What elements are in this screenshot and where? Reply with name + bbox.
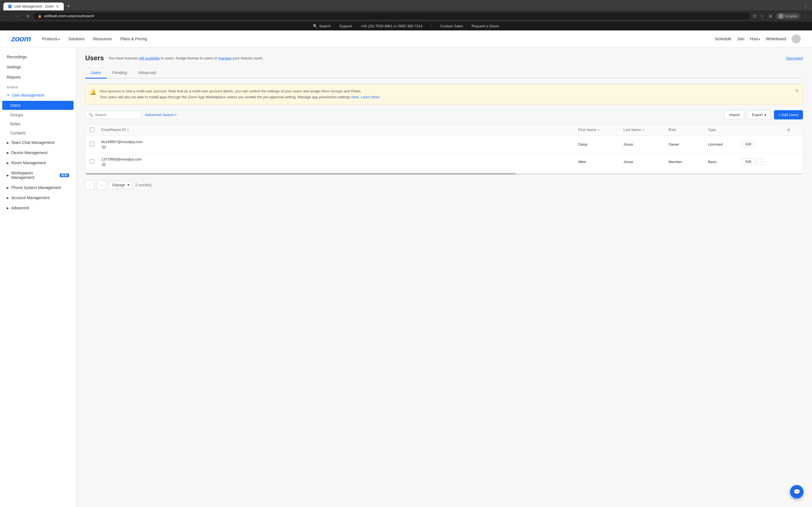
tab-title: User Management - Zoom [14,4,54,8]
chat-support-button[interactable]: 💬 [790,485,804,499]
new-tab-button[interactable]: + [65,2,72,10]
nav-whiteboard[interactable]: Whiteboard [766,37,786,41]
cast-icon[interactable]: ⊡ [752,13,757,19]
browser-tab-active[interactable]: User Management - Zoom ✕ [3,3,64,10]
forward-button[interactable]: → [13,12,21,20]
row2-more-button[interactable]: ··· [757,158,765,165]
tab-bar: User Management - Zoom ✕ + ⋮ [0,0,812,10]
nav-link-plans-pricing[interactable]: Plans & Pricing [120,36,147,42]
row2-edit-button[interactable]: Edit [742,158,755,165]
sidebar: Recordings Settings Reports ADMIN ▼ User… [0,47,76,507]
row1-edit-button[interactable]: Edit [742,141,755,148]
header-type: Type [708,128,742,132]
topnav-request-demo[interactable]: Request a Demo [471,24,499,28]
sidebar-item-recordings[interactable]: Recordings [0,52,76,62]
chevron-right-icon: ▶ [7,141,9,144]
sidebar-parent-phone[interactable]: ▶ Phone System Management [0,182,76,193]
address-bar[interactable]: 🔒 us06web.zoom.us/account/user#/ [34,13,749,19]
menu-icon[interactable]: ⋮ [802,13,809,19]
user-management-children: Users Groups Roles Contacts [0,101,76,137]
subtitle-link-manage[interactable]: manage [218,56,232,60]
search-icon: 🔍 [313,24,317,28]
toolbar-right: Import Export ▾ + Add Users [724,110,803,119]
nav-link-solutions[interactable]: Solutions [68,36,85,42]
tab-pending[interactable]: Pending [107,68,133,78]
topnav-contact-sales[interactable]: Contact Sales [441,24,463,28]
sidebar-parent-workspaces[interactable]: ▶ Workspaces Management NEW [0,168,76,182]
row1-first-name: Daisy [578,142,623,147]
topnav-search[interactable]: 🔍 Search [313,24,331,28]
extension-icon[interactable]: ⊞ [768,13,773,19]
nav-join[interactable]: Join [737,37,744,41]
next-page-button[interactable]: › [97,180,106,189]
export-button[interactable]: Export ▾ [747,110,771,119]
alert-close-button[interactable]: ✕ [795,88,799,93]
sidebar-parent-room[interactable]: ▶ Room Management [0,158,76,168]
horizontal-scrollbar[interactable] [86,173,803,175]
settings-gear-icon[interactable]: ⚙ [787,128,791,132]
alert-link-learn[interactable]: Learn More [361,95,379,99]
document-link[interactable]: Document [786,56,803,60]
row2-email-cell: 13770f0d@moodjoy.com ▤ [101,157,578,166]
chat-icon: 💬 [794,489,801,495]
row2-type: Basic [708,160,742,164]
row1-checkbox-cell [90,142,101,147]
search-box[interactable]: 🔍 [85,111,142,119]
header-email[interactable]: Email/Name ID ⇅ [101,128,578,132]
sidebar-child-users[interactable]: Users [2,101,73,110]
sidebar-parent-advanced[interactable]: ▶ Advanced [0,203,76,213]
select-all-checkbox[interactable] [90,128,94,132]
reload-button[interactable]: ✕ [24,12,32,20]
alert-link-here[interactable]: here [351,95,359,99]
alert-box: 🔔 Your account is now a multi-user accou… [85,84,803,105]
tab-advanced[interactable]: Advanced [133,68,161,78]
add-users-button[interactable]: + Add Users [774,110,803,119]
results-count: 2 result(s) [135,183,152,187]
search-input[interactable] [95,113,138,117]
new-badge: NEW [60,173,69,177]
nav-link-resources[interactable]: Resources [93,36,112,42]
export-chevron: ▾ [764,113,766,117]
sidebar-parent-device[interactable]: ▶ Device Management [0,148,76,158]
back-button[interactable]: ← [3,12,11,20]
main-nav-links: Products Solutions Resources Plans & Pri… [42,36,715,42]
header-first-name[interactable]: First Name ⇅ [578,128,623,132]
topnav-support[interactable]: Support [339,24,352,28]
nav-host[interactable]: Host [750,37,760,41]
users-table: Email/Name ID ⇅ First Name ⇅ Last Name ⇅… [85,124,803,175]
prev-page-button[interactable]: ‹ [85,180,94,189]
tab-close-button[interactable]: ✕ [56,4,59,9]
row1-checkbox[interactable] [90,142,94,146]
header-last-name[interactable]: Last Name ⇅ [623,128,668,132]
tab-users[interactable]: Users [85,68,107,78]
sidebar-child-roles[interactable]: Roles [0,119,76,128]
advanced-search-button[interactable]: Advanced Search ▾ [145,113,176,117]
nav-link-products[interactable]: Products [42,36,60,42]
alert-message1: Your account is now a multi-user account… [100,89,361,93]
sidebar-item-settings[interactable]: Settings [0,62,76,72]
user-avatar[interactable] [792,34,801,43]
incognito-label: Incognito [784,14,797,18]
row1-email-icon: ▤ [101,145,106,149]
header-settings[interactable]: ⚙ [787,128,798,132]
tab-list-button[interactable]: ⋮ [802,3,809,10]
nav-schedule[interactable]: Schedule [715,37,731,41]
star-icon[interactable]: ☆ [760,13,765,19]
sidebar-child-groups[interactable]: Groups [0,110,76,119]
import-button[interactable]: Import [724,110,744,119]
zoom-logo[interactable]: zoom [11,34,31,43]
search-icon: 🔍 [89,113,93,117]
sidebar-parent-account[interactable]: ▶ Account Management [0,193,76,203]
page-subtitle: You have licenses still available to use… [109,56,263,60]
subtitle-link-available[interactable]: still available [139,56,160,60]
sidebar-parent-user-management[interactable]: ▼ User Management [0,90,76,100]
subtitle-end: your license count. [233,56,263,60]
row2-checkbox[interactable] [90,159,94,164]
sidebar-parent-team-chat[interactable]: ▶ Team Chat Management [0,137,76,148]
per-page-select[interactable]: 15/page ▾ [109,181,133,189]
sort-arrows-firstname: ⇅ [598,128,600,131]
sidebar-child-contacts[interactable]: Contacts [0,128,76,137]
sidebar-item-reports[interactable]: Reports [0,72,76,82]
pagination: ‹ › 15/page ▾ 2 result(s) [85,180,803,189]
chevron-right-icon-7: ▶ [7,207,9,210]
